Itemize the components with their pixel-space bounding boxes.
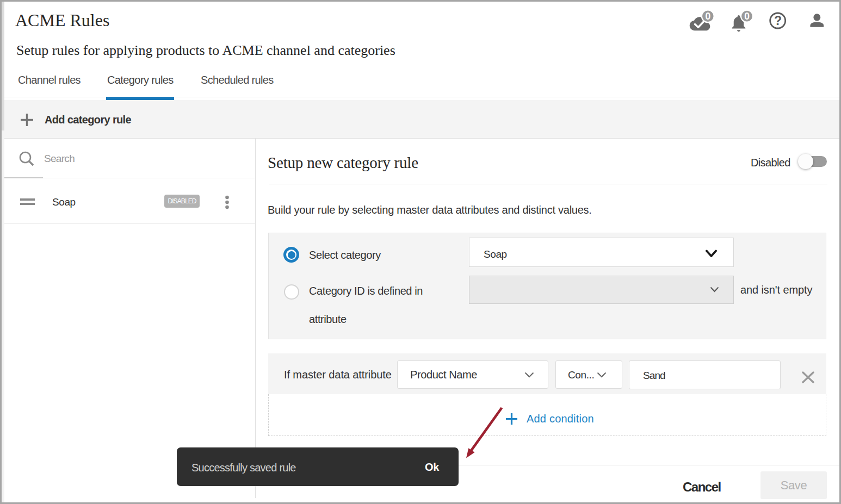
- svg-text:?: ?: [774, 14, 782, 28]
- svg-text:0: 0: [705, 11, 710, 22]
- svg-text:0: 0: [744, 11, 750, 22]
